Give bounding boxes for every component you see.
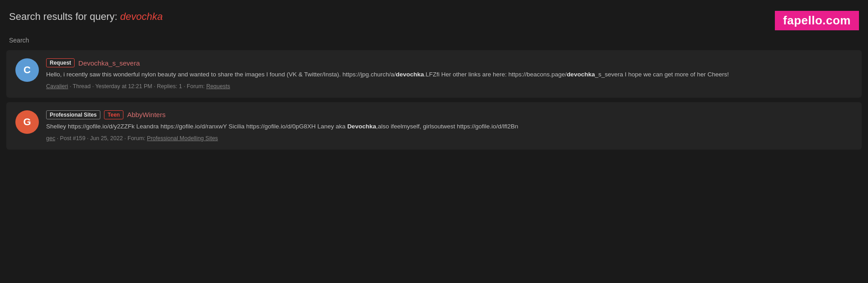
meta-forum-link-1[interactable]: Requests [206, 83, 230, 90]
meta-author-link-2[interactable]: gec [46, 135, 55, 142]
tag-request: Request [46, 58, 75, 67]
result-meta-2: gec · Post #159 · Jun 25, 2022 · Forum: … [46, 135, 853, 142]
result-title-1[interactable]: Devochka_s_severa [78, 59, 140, 67]
brand-logo: fapello.com [775, 11, 859, 30]
avatar: C [15, 58, 39, 82]
result-tags-1: Request Devochka_s_severa [46, 58, 853, 67]
meta-forum-link-2[interactable]: Professional Modelling Sites [147, 135, 218, 142]
search-query: devochka [120, 11, 163, 22]
search-label: Search [0, 34, 868, 50]
tag-professional-sites: Professional Sites [46, 110, 100, 119]
result-body-2: Shelley https://gofile.io/d/y2ZZFk Leand… [46, 122, 853, 132]
result-content-1: Request Devochka_s_severa Hello, i recen… [46, 58, 853, 90]
meta-separator: · Thread · Yesterday at 12:21 PM · Repli… [70, 83, 206, 90]
results-container: C Request Devochka_s_severa Hello, i rec… [0, 50, 868, 150]
page-header: Search results for query: devochka fapel… [0, 0, 868, 34]
result-body-1: Hello, i recently saw this wonderful nyl… [46, 70, 853, 80]
result-card-2: G Professional Sites Teen AbbyWinters Sh… [6, 102, 862, 150]
result-card-1: C Request Devochka_s_severa Hello, i rec… [6, 50, 862, 98]
result-content-2: Professional Sites Teen AbbyWinters Shel… [46, 110, 853, 142]
avatar-2: G [15, 110, 39, 134]
meta-separator-2: · Post #159 · Jun 25, 2022 · Forum: [57, 135, 147, 142]
result-title-2[interactable]: AbbyWinters [127, 111, 165, 118]
tag-teen: Teen [104, 110, 123, 119]
result-tags-2: Professional Sites Teen AbbyWinters [46, 110, 853, 119]
result-meta-1: Cavalieri · Thread · Yesterday at 12:21 … [46, 83, 853, 90]
search-prefix: Search results for query: [9, 11, 120, 22]
meta-author-link-1[interactable]: Cavalieri [46, 83, 68, 90]
page-title: Search results for query: devochka [9, 11, 163, 23]
